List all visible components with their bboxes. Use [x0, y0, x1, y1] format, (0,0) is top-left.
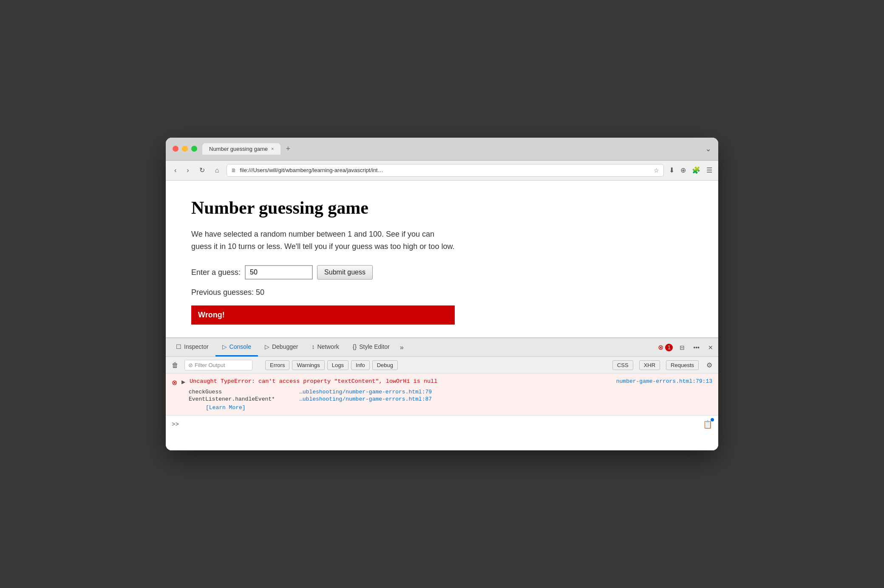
stack-row-1: checkGuess …ubleshooting/number-game-err…: [189, 388, 712, 396]
devtools-tabs: ☐ Inspector ▷ Console ▷ Debugger ↕ Netwo…: [166, 338, 718, 357]
more-actions-button[interactable]: •••: [691, 342, 701, 353]
console-label: Console: [230, 343, 251, 350]
tab-console[interactable]: ▷ Console: [215, 338, 258, 356]
sidebar-toggle[interactable]: 📋: [703, 420, 712, 429]
close-button[interactable]: [173, 146, 178, 152]
sidebar-icon: 📋: [703, 420, 712, 429]
network-icon: ↕: [312, 343, 314, 350]
title-bar: Number guessing game × + ⌄: [166, 138, 718, 161]
traffic-lights: [173, 146, 197, 152]
devtools-actions: ⊗ 1 ⊟ ••• ✕: [658, 342, 715, 353]
download-button[interactable]: ⬇: [669, 166, 674, 174]
console-content: ⊗ ▶ Uncaught TypeError: can't access pro…: [166, 374, 718, 450]
xhr-filter[interactable]: XHR: [639, 360, 660, 370]
tab-close-button[interactable]: ×: [271, 146, 274, 151]
submit-button[interactable]: Submit guess: [317, 265, 373, 280]
requests-filter[interactable]: Requests: [666, 360, 699, 370]
guess-form: Enter a guess: Submit guess: [191, 265, 693, 280]
filter-output-input[interactable]: ⊘ Filter Output: [184, 360, 252, 370]
forward-button[interactable]: ›: [184, 165, 191, 176]
lock-icon: 🗎: [231, 167, 236, 173]
error-circle-icon: ⊗: [658, 343, 663, 351]
debugger-label: Debugger: [272, 343, 298, 350]
style-editor-icon: {}: [353, 343, 357, 350]
error-icon: ⊗: [172, 379, 177, 387]
error-count-badge: 1: [665, 344, 673, 351]
extensions-button[interactable]: 🧩: [692, 166, 700, 174]
reload-button[interactable]: ↻: [197, 164, 207, 176]
wrong-banner: Wrong!: [191, 305, 455, 325]
tab-debugger[interactable]: ▷ Debugger: [258, 338, 305, 356]
menu-button[interactable]: ☰: [706, 166, 712, 174]
learn-more-link[interactable]: [Learn More]: [189, 404, 712, 411]
page-content: Number guessing game We have selected a …: [166, 181, 718, 338]
bookmark-icon[interactable]: ☆: [654, 167, 659, 174]
warnings-filter[interactable]: Warnings: [292, 360, 324, 370]
console-input-row: >> 📋: [166, 416, 718, 433]
error-row: ⊗ ▶ Uncaught TypeError: can't access pro…: [172, 378, 712, 387]
browser-window: Number guessing game × + ⌄ ‹ › ↻ ⌂ 🗎 fil…: [166, 138, 718, 451]
stack-fn-1: checkGuess: [189, 389, 295, 395]
debugger-icon: ▷: [265, 343, 269, 350]
tabs-dropdown-button[interactable]: ⌄: [705, 144, 711, 153]
rss-button[interactable]: ⊕: [680, 166, 686, 174]
error-count-area: ⊗ 1: [658, 343, 673, 351]
error-message: Uncaught TypeError: can't access propert…: [190, 378, 612, 384]
stack-loc-2[interactable]: …ubleshooting/number-game-errors.html:87: [299, 396, 432, 402]
active-tab[interactable]: Number guessing game ×: [202, 143, 280, 155]
tab-title: Number guessing game: [209, 146, 268, 152]
css-filter[interactable]: CSS: [612, 360, 633, 370]
toolbar-right-actions: CSS XHR Requests ⚙: [612, 359, 714, 371]
nav-actions: ⬇ ⊕ 🧩 ☰: [669, 166, 712, 174]
console-prompt: >>: [172, 421, 179, 428]
previous-guesses: Previous guesses: 50: [191, 288, 693, 297]
guess-label: Enter a guess:: [191, 268, 241, 277]
clear-console-button[interactable]: 🗑: [170, 360, 180, 371]
url-text: file:///Users/will/git/wbamberg/learning…: [240, 167, 650, 173]
inspector-label: Inspector: [184, 343, 209, 350]
style-editor-label: Style Editor: [359, 343, 390, 350]
console-icon: ▷: [222, 343, 227, 350]
more-tabs-button[interactable]: »: [397, 339, 407, 356]
new-tab-button[interactable]: +: [282, 143, 294, 155]
error-stack: checkGuess …ubleshooting/number-game-err…: [172, 388, 712, 411]
network-label: Network: [317, 343, 339, 350]
error-entry: ⊗ ▶ Uncaught TypeError: can't access pro…: [166, 374, 718, 416]
filter-pills: Errors Warnings Logs Info Debug: [265, 360, 398, 370]
stack-fn-2: EventListener.handleEvent*: [189, 396, 295, 402]
stack-row-2: EventListener.handleEvent* …ubleshooting…: [189, 396, 712, 403]
close-devtools-button[interactable]: ✕: [706, 342, 715, 353]
info-filter[interactable]: Info: [351, 360, 370, 370]
logs-filter[interactable]: Logs: [327, 360, 348, 370]
stack-loc-1[interactable]: …ubleshooting/number-game-errors.html:79: [299, 389, 432, 395]
error-location-link[interactable]: number-game-errors.html:79:13: [616, 378, 712, 384]
maximize-button[interactable]: [191, 146, 197, 152]
address-bar[interactable]: 🗎 file:///Users/will/git/wbamberg/learni…: [227, 164, 664, 177]
tab-inspector[interactable]: ☐ Inspector: [169, 338, 215, 356]
tab-style-editor[interactable]: {} Style Editor: [346, 338, 397, 356]
debug-filter[interactable]: Debug: [372, 360, 398, 370]
filter-icon: ⊘: [188, 362, 193, 368]
filter-placeholder: Filter Output: [195, 362, 225, 368]
navigation-bar: ‹ › ↻ ⌂ 🗎 file:///Users/will/git/wbamber…: [166, 161, 718, 181]
minimize-button[interactable]: [182, 146, 188, 152]
page-description: We have selected a random number between…: [191, 228, 455, 253]
tab-network[interactable]: ↕ Network: [305, 338, 346, 356]
back-button[interactable]: ‹: [172, 165, 179, 176]
dock-button[interactable]: ⊟: [678, 342, 686, 353]
errors-filter[interactable]: Errors: [265, 360, 289, 370]
devtools-toolbar: 🗑 ⊘ Filter Output Errors Warnings Logs I…: [166, 357, 718, 374]
devtools-panel: ☐ Inspector ▷ Console ▷ Debugger ↕ Netwo…: [166, 337, 718, 450]
inspector-icon: ☐: [176, 343, 181, 350]
home-button[interactable]: ⌂: [212, 165, 222, 176]
tabs-area: Number guessing game × + ⌄: [202, 143, 711, 155]
page-title: Number guessing game: [191, 198, 693, 218]
sidebar-badge: [711, 418, 714, 421]
console-settings-button[interactable]: ⚙: [705, 359, 714, 371]
guess-input[interactable]: [245, 265, 313, 280]
error-expand-button[interactable]: ▶: [181, 379, 185, 385]
